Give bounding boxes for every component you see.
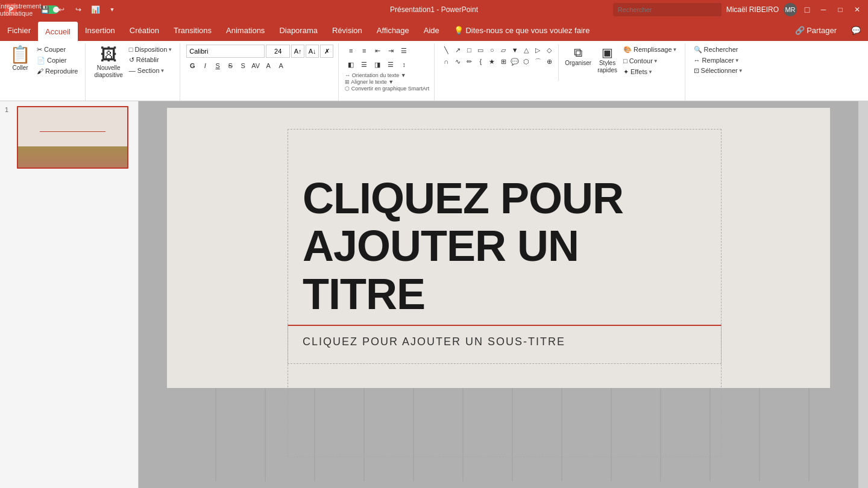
underline-button[interactable]: S: [212, 60, 224, 72]
shape-rect[interactable]: □: [464, 45, 474, 55]
remplissage-button[interactable]: 🎨 Remplissage ▼: [621, 45, 680, 55]
nouvelle-icon: 🖼: [100, 46, 117, 63]
thumb-wood: [18, 146, 127, 167]
menu-animations[interactable]: Animations: [219, 19, 272, 41]
minimize-button[interactable]: ─: [817, 5, 829, 14]
shape-more[interactable]: ▼: [509, 45, 520, 55]
ribbon-display-btn[interactable]: □: [802, 4, 813, 15]
shape-curve[interactable]: ∩: [441, 56, 451, 67]
close-button[interactable]: ✕: [851, 5, 863, 14]
spacing-button[interactable]: AV: [250, 60, 262, 72]
font-family-input[interactable]: [186, 45, 265, 58]
menu-fichier[interactable]: Fichier: [0, 19, 38, 41]
save-button[interactable]: 💾: [39, 4, 51, 16]
shape-connector[interactable]: ⌒: [532, 56, 543, 67]
shape-more2[interactable]: ⊕: [544, 56, 555, 67]
shape-rtri[interactable]: ▷: [532, 45, 543, 55]
orient-text-btn[interactable]: ↔ Orientation du texte ▼: [345, 72, 429, 78]
shape-scurve[interactable]: ∿: [452, 56, 463, 67]
smartart-btn[interactable]: ⬡ Convertir en graphique SmartArt: [345, 86, 429, 92]
menu-tell-me[interactable]: 💡 Dites-nous ce que vous voulez faire: [447, 19, 597, 41]
group-diapositives: 🖼 Nouvellediapositive □ Disposition ▼ ↺ …: [87, 43, 180, 101]
redo-button[interactable]: ↪: [72, 4, 84, 16]
coller-button[interactable]: 📋 Coller: [7, 45, 33, 74]
reproduire-button[interactable]: 🖌 Reproduire: [34, 66, 80, 76]
align-right-btn[interactable]: ◨: [371, 58, 383, 70]
search-bar[interactable]: [613, 3, 722, 16]
clear-format-btn[interactable]: ✗: [320, 45, 333, 58]
nouvelle-label: Nouvellediapositive: [94, 64, 122, 79]
shape-arrow[interactable]: ↗: [452, 45, 463, 55]
textshadow-button[interactable]: S: [237, 60, 249, 72]
shape-para[interactable]: ▱: [498, 45, 509, 55]
col-btn[interactable]: ☰: [398, 45, 410, 57]
align-text-btn[interactable]: ⊞ Aligner le texte ▼: [345, 79, 429, 85]
shape-flow[interactable]: ⬡: [521, 56, 532, 67]
menu-transitions[interactable]: Transitions: [166, 19, 219, 41]
menu-revision[interactable]: Révision: [325, 19, 370, 41]
profile-icon[interactable]: MR: [784, 3, 797, 16]
menu-insertion[interactable]: Insertion: [78, 19, 122, 41]
align-center-btn[interactable]: ☰: [358, 58, 370, 70]
menu-affichage[interactable]: Affichage: [370, 19, 417, 41]
subtitle-placeholder-text: CLIQUEZ POUR AJOUTER UN SOUS-TITRE: [303, 336, 565, 348]
customize-quick-access[interactable]: ▼: [106, 4, 118, 16]
menu-bar: Fichier Accueil Insertion Création Trans…: [0, 19, 868, 41]
copier-button[interactable]: 📄 Copier: [34, 55, 80, 66]
indent-inc-btn[interactable]: ⇥: [385, 45, 397, 57]
line-spacing-btn[interactable]: ↕: [398, 58, 410, 70]
decrease-font-btn[interactable]: A↓: [306, 45, 319, 58]
italic-button[interactable]: I: [199, 60, 211, 72]
shape-expand[interactable]: ⊞: [498, 56, 509, 67]
shape-tri[interactable]: △: [521, 45, 532, 55]
maximize-button[interactable]: □: [834, 5, 846, 14]
subtitle-text-box[interactable]: CLIQUEZ POUR AJOUTER UN SOUS-TITRE: [288, 325, 722, 457]
shape-oval[interactable]: ○: [486, 45, 497, 55]
numbering-btn[interactable]: ≡: [358, 45, 370, 57]
shape-brace[interactable]: {: [475, 56, 486, 67]
shape-freehand[interactable]: ✏: [464, 56, 474, 67]
retablir-button[interactable]: ↺ Rétablir: [127, 55, 175, 65]
selectionner-button[interactable]: ⊡ Sélectionner ▼: [691, 66, 746, 76]
strikethrough-button[interactable]: S: [224, 60, 236, 72]
contour-button[interactable]: □ Contour ▼: [621, 56, 680, 66]
undo-button[interactable]: ↩: [55, 4, 68, 16]
shape-callout[interactable]: 💬: [509, 56, 520, 67]
rechercher-button[interactable]: 🔍 Rechercher: [691, 45, 746, 55]
bold-button[interactable]: G: [186, 60, 198, 72]
disposition-button[interactable]: □ Disposition ▼: [127, 45, 175, 54]
font-color-btn[interactable]: A: [262, 60, 274, 72]
shape-rrect[interactable]: ▭: [475, 45, 486, 55]
align-left-btn[interactable]: ◧: [345, 58, 357, 70]
effets-button[interactable]: ✦ Effets ▼: [621, 67, 680, 77]
organiser-button[interactable]: ⧉ Organiser: [562, 45, 594, 69]
canvas-area: CLIQUEZ POUR AJOUTER UN TITRE CLIQUEZ PO…: [139, 101, 858, 488]
remplacer-button[interactable]: ↔ Remplacer ▼: [691, 55, 746, 65]
bullets-btn[interactable]: ≡: [345, 45, 357, 57]
shape-star[interactable]: ★: [486, 56, 497, 67]
styles-rapides-button[interactable]: ▣ Stylesrapides: [595, 45, 620, 76]
autosave-toggle[interactable]: Enregistrement automatique: [22, 4, 34, 16]
slide-thumbnail[interactable]: [17, 106, 128, 169]
comments-button[interactable]: 💬: [844, 19, 868, 41]
share-button[interactable]: 🔗 Partager: [788, 19, 844, 41]
shape-line[interactable]: ╲: [441, 45, 451, 55]
menu-diaporama[interactable]: Diaporama: [272, 19, 325, 41]
menu-creation[interactable]: Création: [122, 19, 166, 41]
menu-aide[interactable]: Aide: [417, 19, 447, 41]
section-button[interactable]: ― Section ▼: [127, 66, 175, 75]
slide-number: 1: [5, 106, 12, 113]
group-presse-papiers: 📋 Coller ✂ Couper 📄 Copier 🖌 Reproduire: [2, 43, 86, 101]
nouvelle-diapositive-button[interactable]: 🖼 Nouvellediapositive: [92, 45, 125, 81]
font-size-input[interactable]: [266, 45, 290, 58]
align-justify-btn[interactable]: ☰: [385, 58, 397, 70]
couper-button[interactable]: ✂ Couper: [34, 45, 80, 55]
title-bar: P Enregistrement automatique 💾 ↩ ↪ 📊 ▼ P…: [0, 0, 868, 19]
user-name: Micaël RIBEIRO: [726, 5, 779, 14]
increase-font-btn[interactable]: A↑: [291, 45, 304, 58]
font-accent-btn[interactable]: A: [275, 60, 287, 72]
indent-dec-btn[interactable]: ⇤: [371, 45, 383, 57]
menu-accueil[interactable]: Accueil: [38, 22, 78, 41]
coller-label: Coller: [12, 64, 28, 72]
shape-diamond[interactable]: ◇: [544, 45, 555, 55]
